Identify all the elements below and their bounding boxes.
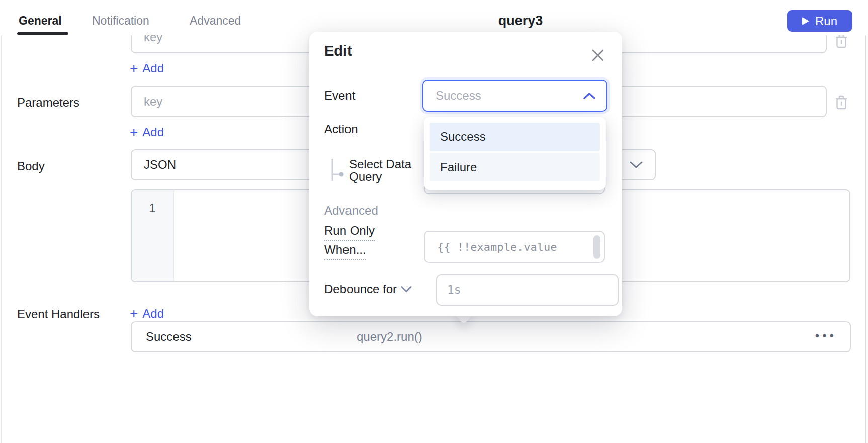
action-label: Action [324, 122, 358, 136]
left-panel-divider [1, 0, 2, 443]
editor-line-gutter: 1 [132, 190, 174, 281]
add-event-handler-button[interactable]: + Add [130, 307, 164, 321]
line-number: 1 [149, 201, 155, 215]
edit-event-handler-modal: Edit Event Success Action Select [309, 32, 622, 316]
tab-advanced[interactable]: Advanced [190, 14, 241, 28]
plus-icon: + [130, 307, 138, 321]
run-only-when-label: Run Only When... [324, 222, 375, 260]
handler-menu-icon[interactable]: ••• [815, 329, 837, 343]
run-only-when-input[interactable] [424, 231, 605, 263]
event-select[interactable]: Success [422, 80, 607, 112]
editor-header: General Notification Advanced query3 Run [0, 0, 868, 35]
close-icon[interactable] [591, 48, 605, 62]
add-header-button[interactable]: + Add [130, 61, 164, 76]
option-failure[interactable]: Failure [430, 153, 600, 181]
chevron-down-icon [401, 286, 412, 293]
active-tab-underline [17, 32, 68, 35]
event-options-dropdown: Success Failure [424, 117, 606, 190]
parameters-label: Parameters [17, 96, 79, 110]
event-handler-row[interactable]: Success query2.run() ••• [131, 321, 851, 352]
query-title: query3 [483, 13, 558, 29]
play-icon [802, 17, 809, 25]
event-label: Event [324, 89, 355, 103]
delete-row-icon[interactable] [834, 33, 849, 49]
body-type-value: JSON [144, 158, 176, 172]
event-select-placeholder: Success [436, 89, 481, 103]
debounce-duration-input[interactable] [436, 274, 619, 306]
chevron-up-icon [583, 92, 595, 100]
option-success[interactable]: Success [430, 123, 600, 151]
handler-event-name: Success [146, 330, 192, 344]
plus-icon: + [130, 125, 138, 139]
modal-title: Edit [324, 43, 352, 59]
handler-action-name: query2.run() [357, 330, 422, 344]
action-target-label: Select Data Query [349, 158, 424, 183]
query-editor-screen: + Add Parameters + Add Body JSON [0, 0, 868, 443]
event-handlers-label: Event Handlers [17, 307, 100, 321]
add-parameter-button[interactable]: + Add [130, 125, 164, 139]
input-scrollbar-thumb[interactable] [593, 235, 600, 259]
tab-notification[interactable]: Notification [92, 14, 149, 28]
tab-general[interactable]: General [19, 14, 62, 28]
right-panel-divider [865, 0, 866, 443]
chevron-down-icon [630, 161, 643, 169]
plus-icon: + [130, 61, 138, 76]
debounce-for-dropdown[interactable]: Debounce for [324, 282, 412, 297]
tree-branch-icon [330, 159, 345, 183]
body-label: Body [17, 159, 45, 173]
advanced-section-label: Advanced [324, 204, 378, 218]
run-button[interactable]: Run [787, 10, 852, 32]
delete-parameter-icon[interactable] [834, 95, 849, 111]
